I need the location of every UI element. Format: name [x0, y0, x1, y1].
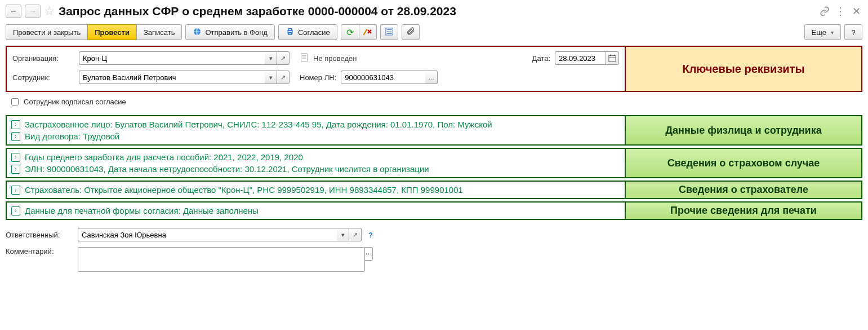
- nav-back-button[interactable]: ←: [6, 5, 21, 18]
- panel-title: Данные физлица и сотрудника: [625, 116, 861, 144]
- employee-dropdown-button[interactable]: ▾: [265, 71, 277, 84]
- ln-input[interactable]: [341, 71, 425, 84]
- expandable-row[interactable]: ›ЭЛН: 900000631043, Дата начала нетрудос…: [11, 164, 620, 174]
- paperclip-icon: [406, 27, 415, 38]
- refresh-icon: ⟳: [346, 27, 354, 38]
- link-icon[interactable]: [818, 5, 831, 17]
- date-input[interactable]: [555, 51, 606, 65]
- responsible-help-icon[interactable]: ?: [368, 231, 373, 239]
- consent-checkbox[interactable]: [11, 98, 19, 105]
- org-label: Организация:: [12, 54, 74, 63]
- svg-rect-12: [609, 56, 616, 62]
- expandable-row-text: Страхователь: Открытое акционерное общес…: [25, 185, 463, 195]
- org-dropdown-button[interactable]: ▾: [265, 51, 277, 65]
- expandable-row-text: Застрахованное лицо: Булатов Василий Пет…: [25, 120, 492, 129]
- attachments-button[interactable]: [402, 24, 420, 40]
- ln-select-button[interactable]: …: [425, 71, 438, 84]
- post-and-close-button[interactable]: Провести и закрыть: [6, 24, 87, 40]
- info-panel: ›Страхователь: Открытое акционерное обще…: [6, 181, 862, 199]
- date-label: Дата:: [532, 54, 550, 63]
- org-input[interactable]: [79, 51, 265, 65]
- expandable-row[interactable]: ›Данные для печатной формы согласия: Дан…: [11, 206, 620, 215]
- consent-button[interactable]: Согласие: [278, 24, 337, 40]
- printer-icon: [286, 27, 295, 38]
- info-panel: ›Застрахованное лицо: Булатов Василий Пе…: [6, 115, 862, 146]
- expandable-row[interactable]: ›Страхователь: Открытое акционерное обще…: [11, 185, 620, 195]
- list-icon: [385, 28, 393, 37]
- panel-title: Сведения о страхователе: [625, 182, 861, 198]
- favorite-star-icon[interactable]: ☆: [44, 4, 55, 19]
- document-status-icon: [300, 52, 310, 64]
- expandable-row-text: Данные для печатной формы согласия: Данн…: [25, 206, 259, 215]
- responsible-dropdown-button[interactable]: ▾: [337, 228, 349, 241]
- key-requisites-panel: Организация: ▾ ↗ Не проведен Дата:: [6, 46, 862, 92]
- expandable-row-text: ЭЛН: 900000631043, Дата начала нетрудосп…: [25, 164, 429, 174]
- employee-label: Сотрудник:: [12, 73, 74, 82]
- responsible-open-button[interactable]: ↗: [349, 228, 362, 241]
- responsible-label: Ответственный:: [6, 231, 73, 239]
- chevron-right-icon: ›: [11, 153, 20, 162]
- chevron-right-icon: ›: [11, 165, 20, 174]
- title-bar: ← → ☆ Запрос данных СФР о среднем зарабо…: [6, 3, 862, 22]
- svg-rect-8: [301, 53, 308, 61]
- globe-icon: [193, 27, 202, 38]
- more-button[interactable]: Еще▾: [804, 24, 841, 40]
- expandable-row[interactable]: ›Застрахованное лицо: Булатов Василий Пе…: [11, 120, 620, 129]
- post-button[interactable]: Провести: [87, 24, 136, 40]
- clear-post-button[interactable]: [359, 24, 377, 40]
- org-open-button[interactable]: ↗: [277, 51, 290, 65]
- chevron-right-icon: ›: [11, 186, 20, 195]
- responsible-input[interactable]: [78, 228, 337, 241]
- comment-input[interactable]: [78, 247, 365, 272]
- panel-title: Прочие сведения для печати: [625, 203, 861, 219]
- expandable-row[interactable]: ›Годы среднего заработка для расчета пос…: [11, 152, 620, 162]
- help-button[interactable]: ?: [844, 24, 862, 40]
- close-icon[interactable]: ✕: [850, 5, 862, 17]
- refresh-button[interactable]: ⟳: [341, 24, 359, 40]
- employee-input[interactable]: [79, 71, 265, 84]
- panel-title: Сведения о страховом случае: [625, 149, 861, 177]
- key-requisites-title: Ключевые реквизиты: [625, 47, 861, 91]
- consent-checkbox-label: Сотрудник подписал согласие: [24, 98, 126, 106]
- date-picker-button[interactable]: [606, 51, 619, 65]
- page-title: Запрос данных СФР о среднем заработке 00…: [59, 5, 456, 18]
- chevron-down-icon: ▾: [831, 29, 834, 36]
- chevron-right-icon: ›: [11, 206, 20, 215]
- kebab-menu-icon[interactable]: ⋮: [834, 5, 847, 17]
- info-panel: ›Данные для печатной формы согласия: Дан…: [6, 201, 862, 220]
- comment-label: Комментарий:: [6, 247, 73, 256]
- toolbar: Провести и закрыть Провести Записать Отп…: [6, 22, 862, 46]
- expandable-row-text: Вид договора: Трудовой: [25, 131, 119, 141]
- nav-forward-button[interactable]: →: [25, 5, 41, 18]
- expandable-row[interactable]: ›Вид договора: Трудовой: [11, 131, 620, 141]
- clear-post-icon: [363, 27, 373, 38]
- ln-label: Номер ЛН:: [300, 73, 336, 82]
- svg-rect-2: [288, 28, 291, 30]
- expandable-row-text: Годы среднего заработка для расчета посо…: [25, 152, 303, 162]
- post-status-text: Не проведен: [313, 54, 357, 63]
- write-button[interactable]: Записать: [136, 24, 182, 40]
- employee-open-button[interactable]: ↗: [277, 71, 290, 84]
- structure-button[interactable]: [380, 24, 398, 40]
- chevron-right-icon: ›: [11, 132, 20, 141]
- send-to-fund-button[interactable]: Отправить в Фонд: [185, 24, 274, 40]
- chevron-right-icon: ›: [11, 120, 20, 129]
- info-panel: ›Годы среднего заработка для расчета пос…: [6, 148, 862, 178]
- comment-expand-button[interactable]: …: [364, 247, 373, 261]
